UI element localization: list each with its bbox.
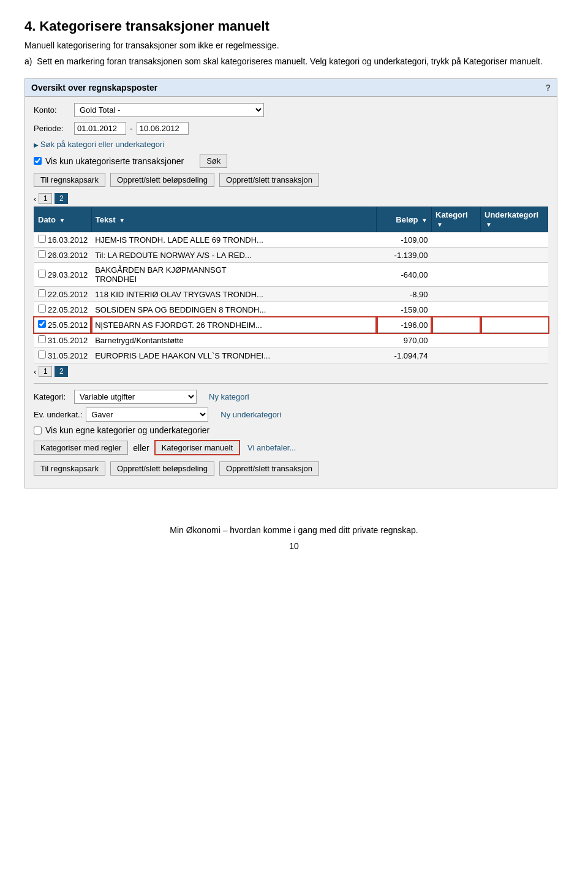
row-underkategori bbox=[481, 333, 548, 348]
col-header-kategori[interactable]: Kategori ▼ bbox=[432, 207, 481, 232]
panel-title: Oversikt over regnskapsposter bbox=[31, 83, 157, 93]
table-row[interactable]: 22.05.2012118 KID INTERIØ OLAV TRYGVAS T… bbox=[34, 287, 548, 302]
panel-body: Konto: Gold Total - Periode: 01.01.2012 … bbox=[25, 97, 557, 488]
action-buttons-bottom: Til regnskapsark Opprett/slett beløpsdel… bbox=[34, 461, 548, 476]
table-row[interactable]: 29.03.2012BAKGÅRDEN BAR KJØPMANNSGTTROND… bbox=[34, 263, 548, 287]
table-row[interactable]: 26.03.2012Til: LA REDOUTE NORWAY A/S - L… bbox=[34, 248, 548, 263]
ny-kategori-link[interactable]: Ny kategori bbox=[209, 392, 249, 401]
row-checkbox[interactable] bbox=[38, 351, 46, 359]
col-header-underkategori[interactable]: Underkategori ▼ bbox=[481, 207, 548, 232]
row-dato-cell[interactable]: 26.03.2012 bbox=[34, 248, 92, 263]
row-kategori bbox=[432, 287, 481, 302]
row-belop: -196,00 bbox=[377, 317, 432, 333]
row-tekst: BAKGÅRDEN BAR KJØPMANNSGTTRONDHEI bbox=[91, 263, 376, 287]
row-checkbox[interactable] bbox=[38, 320, 46, 328]
ukategoriserte-label: Vis kun ukategoriserte transaksjoner bbox=[45, 156, 184, 166]
row-checkbox[interactable] bbox=[38, 235, 46, 243]
page-1-top[interactable]: 1 bbox=[39, 193, 52, 204]
table-row[interactable]: 31.05.2012Barnetrygd/Kontantstøtte970,00 bbox=[34, 333, 548, 348]
opprett-belop-btn-bottom[interactable]: Opprett/slett beløpsdeling bbox=[110, 461, 214, 476]
kategoriser-manuelt-btn[interactable]: Kategoriser manuelt bbox=[154, 440, 240, 455]
col-header-belop[interactable]: Beløp ▼ bbox=[377, 207, 432, 232]
row-dato-cell[interactable]: 16.03.2012 bbox=[34, 232, 92, 248]
row-checkbox[interactable] bbox=[38, 305, 46, 313]
page-number: 10 bbox=[24, 541, 564, 551]
periode-row: Periode: 01.01.2012 - 10.06.2012 bbox=[34, 122, 548, 135]
vis-egne-checkbox[interactable] bbox=[34, 427, 42, 435]
bottom-form: Kategori: Variable utgifter Ny kategori … bbox=[34, 390, 548, 476]
periode-label: Periode: bbox=[34, 124, 70, 133]
periode-to-input[interactable]: 10.06.2012 bbox=[137, 122, 189, 135]
opprett-trans-btn-top[interactable]: Opprett/slett transaksjon bbox=[219, 173, 319, 187]
row-tekst: Til: LA REDOUTE NORWAY A/S - LA RED... bbox=[91, 248, 376, 263]
row-dato-cell[interactable]: 31.05.2012 bbox=[34, 333, 92, 348]
ny-underkategori-link[interactable]: Ny underkategori bbox=[221, 410, 281, 419]
row-tekst: Barnetrygd/Kontantstøtte bbox=[91, 333, 376, 348]
page-instruction: a) Sett en markering foran transaksjonen… bbox=[24, 56, 564, 66]
periode-dash: - bbox=[130, 124, 133, 134]
table-row[interactable]: 25.05.2012N|STEBARN AS FJORDGT. 26 TROND… bbox=[34, 317, 548, 333]
til-regnskapsark-btn-top[interactable]: Til regnskapsark bbox=[34, 173, 105, 187]
page-2-top[interactable]: 2 bbox=[55, 193, 68, 204]
page-2-bottom[interactable]: 2 bbox=[55, 366, 68, 377]
row-belop: -159,00 bbox=[377, 302, 432, 317]
pagination-bottom: ‹ 1 2 bbox=[34, 366, 548, 377]
ukategoriserte-checkbox[interactable] bbox=[34, 157, 42, 165]
kategori-select[interactable]: Variable utgifter bbox=[74, 390, 197, 404]
row-dato-cell[interactable]: 31.05.2012 bbox=[34, 348, 92, 363]
prev-page-top[interactable]: ‹ bbox=[34, 194, 36, 203]
kategori-label: Kategori: bbox=[34, 392, 70, 401]
row-kategori bbox=[432, 248, 481, 263]
search-button[interactable]: Søk bbox=[200, 154, 227, 168]
eller-text: eller bbox=[133, 443, 149, 453]
row-belop: -1.139,00 bbox=[377, 248, 432, 263]
row-dato-cell[interactable]: 22.05.2012 bbox=[34, 287, 92, 302]
row-checkbox[interactable] bbox=[38, 270, 46, 278]
footer: Min Økonomi – hvordan komme i gang med d… bbox=[24, 525, 564, 551]
row-checkbox[interactable] bbox=[38, 335, 46, 343]
opprett-belop-btn-top[interactable]: Opprett/slett beløpsdeling bbox=[110, 173, 214, 187]
page-1-bottom[interactable]: 1 bbox=[39, 366, 52, 377]
col-header-dato[interactable]: Dato ▼ bbox=[34, 207, 92, 232]
row-kategori bbox=[432, 263, 481, 287]
checkbox-row: Vis kun ukategoriserte transaksjoner Søk bbox=[34, 154, 548, 168]
table-row[interactable]: 31.05.2012EUROPRIS LADE HAAKON VLL`S TRO… bbox=[34, 348, 548, 363]
opprett-trans-btn-bottom[interactable]: Opprett/slett transaksjon bbox=[219, 461, 319, 476]
footer-text: Min Økonomi – hvordan komme i gang med d… bbox=[24, 525, 564, 535]
row-tekst: EUROPRIS LADE HAAKON VLL`S TRONDHEI... bbox=[91, 348, 376, 363]
row-belop: -1.094,74 bbox=[377, 348, 432, 363]
underkat-label: Ev. underkat.: bbox=[34, 410, 82, 419]
row-kategori bbox=[432, 333, 481, 348]
til-regnskapsark-btn-bottom[interactable]: Til regnskapsark bbox=[34, 461, 105, 476]
col-header-tekst[interactable]: Tekst ▼ bbox=[91, 207, 376, 232]
konto-row: Konto: Gold Total - bbox=[34, 103, 548, 117]
row-dato-cell[interactable]: 25.05.2012 bbox=[34, 317, 92, 333]
pagination-top: ‹ 1 2 bbox=[34, 193, 548, 204]
row-underkategori bbox=[481, 302, 548, 317]
prev-page-bottom[interactable]: ‹ bbox=[34, 367, 36, 376]
konto-label: Konto: bbox=[34, 105, 70, 115]
row-underkategori bbox=[481, 287, 548, 302]
row-tekst: SOLSIDEN SPA OG BEDDINGEN 8 TRONDH... bbox=[91, 302, 376, 317]
underkat-select[interactable]: Gaver bbox=[86, 408, 208, 422]
konto-select[interactable]: Gold Total - bbox=[74, 103, 264, 117]
periode-from-input[interactable]: 01.01.2012 bbox=[74, 122, 126, 135]
row-checkbox[interactable] bbox=[38, 289, 46, 297]
row-dato-cell[interactable]: 29.03.2012 bbox=[34, 263, 92, 287]
row-dato-cell[interactable]: 22.05.2012 bbox=[34, 302, 92, 317]
kategori-row: Kategori: Variable utgifter Ny kategori bbox=[34, 390, 548, 404]
vis-egne-row: Vis kun egne kategorier og underkategori… bbox=[34, 425, 548, 435]
search-category-link[interactable]: Søk på kategori eller underkategori bbox=[34, 140, 548, 149]
page-subtitle: Manuell kategorisering for transaksjoner… bbox=[24, 40, 564, 50]
panel-header: Oversikt over regnskapsposter ? bbox=[25, 79, 557, 97]
main-panel: Oversikt over regnskapsposter ? Konto: G… bbox=[24, 78, 557, 488]
page-title: 4. Kategorisere transaksjoner manuelt bbox=[24, 18, 564, 34]
row-checkbox[interactable] bbox=[38, 250, 46, 258]
table-row[interactable]: 22.05.2012SOLSIDEN SPA OG BEDDINGEN 8 TR… bbox=[34, 302, 548, 317]
row-kategori bbox=[432, 317, 481, 333]
table-row[interactable]: 16.03.2012HJEM-IS TRONDH. LADE ALLE 69 T… bbox=[34, 232, 548, 248]
kategoriser-med-regler-btn[interactable]: Kategoriser med regler bbox=[34, 441, 128, 455]
vi-anbefaler-link[interactable]: Vi anbefaler... bbox=[247, 443, 296, 452]
help-icon[interactable]: ? bbox=[545, 83, 551, 93]
row-belop: 970,00 bbox=[377, 333, 432, 348]
